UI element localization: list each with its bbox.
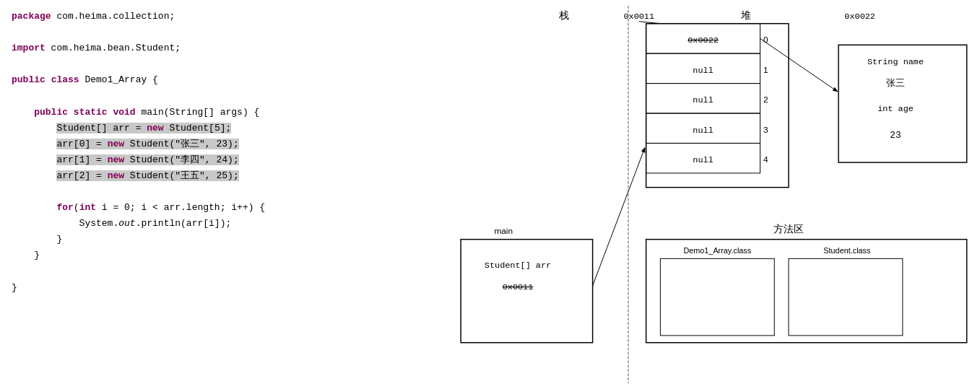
arrow-heap-to-student [760, 38, 838, 91]
code-line-blank5 [12, 264, 422, 280]
code-line-close-class: } [12, 280, 422, 296]
heap-cell-2-val: null [693, 95, 713, 105]
heap-index-3: 3 [763, 125, 768, 135]
heap-cell-1-val: null [693, 66, 713, 76]
heap-index-2: 2 [763, 95, 768, 105]
code-line-for: for(int i = 0; i < arr.length; i++) { [12, 200, 422, 216]
heap-index-1: 1 [763, 65, 768, 75]
stack-var-val: 0x0011 [503, 282, 534, 292]
student-field-age-val: 23 [890, 130, 901, 141]
code-line-arr0: arr[0] = new Student("张三", 23); [12, 136, 422, 152]
heap-index-4: 4 [763, 154, 768, 165]
code-line-blank1 [12, 25, 422, 40]
student-field-age-label: int age [877, 104, 914, 114]
code-line-arr1: arr[1] = new Student("李四", 24); [12, 152, 422, 168]
code-line-close-for: } [12, 232, 422, 248]
code-line-close-main: } [12, 248, 422, 263]
stack-var-label: Student[] arr [485, 261, 551, 271]
arrow-stack-to-heap [593, 148, 645, 285]
demo-class-label: Demo1_Array.class [683, 246, 751, 255]
memory-diagram: 栈 堆 0x0011 0x0022 0x0022 0 null 1 null 2… [439, 6, 974, 383]
student-class-label: Student.class [823, 246, 871, 255]
student-field-name-val: 张三 [886, 78, 905, 89]
code-line-arr2: arr[2] = new Student("王五", 25); [12, 168, 422, 184]
code-line-blank4 [12, 184, 422, 200]
code-line-arr-decl: Student[] arr = new Student[5]; [12, 121, 422, 136]
code-line-blank2 [12, 56, 422, 72]
heap-label: 堆 [740, 9, 751, 21]
code-line-1: package com.heima.collection; [12, 9, 422, 25]
demo-class-box [660, 258, 774, 336]
stack-label: 栈 [558, 9, 569, 21]
heap-cell-0-val: 0x0022 [688, 35, 719, 45]
heap-cell-3-val: null [693, 126, 713, 136]
main-frame-label: main [494, 226, 513, 236]
code-line-blank3 [12, 88, 422, 104]
student-class-box [789, 258, 903, 336]
code-line-class: public class Demo1_Array { [12, 72, 422, 88]
addr-heap-top: 0x0022 [844, 12, 875, 22]
student-field-name-label: String name [867, 57, 924, 67]
code-line-main: public static void main(String[] args) { [12, 105, 422, 121]
diagram-panel: 栈 堆 0x0011 0x0022 0x0022 0 null 1 null 2… [433, 0, 980, 389]
code-panel: package com.heima.collection; import com… [0, 0, 433, 389]
code-line-println: System.out.println(arr[i]); [12, 216, 422, 232]
code-line-import: import com.heima.bean.Student; [12, 40, 422, 56]
heap-cell-4-val: null [693, 155, 713, 165]
method-area-label: 方法区 [773, 223, 804, 235]
